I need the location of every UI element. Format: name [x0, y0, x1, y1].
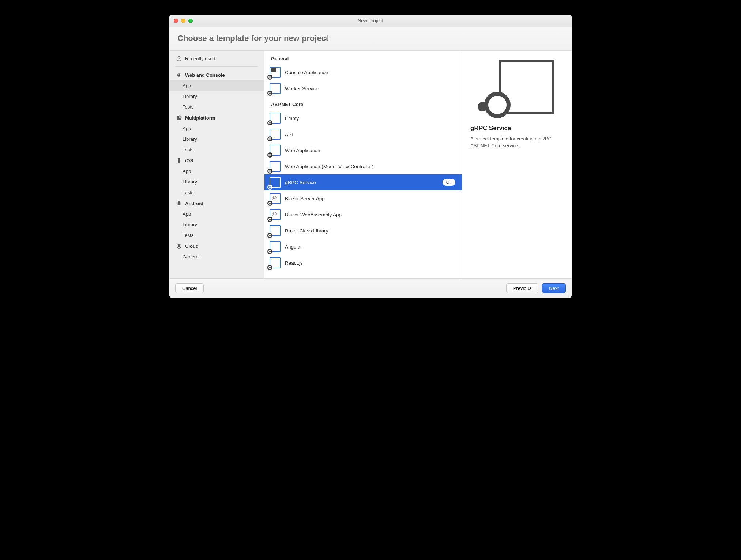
- template-label: React.js: [285, 260, 455, 266]
- sidebar-group-android[interactable]: Android: [169, 198, 264, 209]
- project-icon: [270, 113, 281, 124]
- sidebar-item-multiplatform-app[interactable]: App: [169, 123, 264, 134]
- cancel-button[interactable]: Cancel: [175, 283, 204, 293]
- svg-point-6: [178, 245, 180, 247]
- sidebar-item-label: App: [183, 126, 191, 131]
- template-label: Web Application (Model-View-Controller): [285, 164, 455, 169]
- template-razor-class-library[interactable]: Razor Class Library: [264, 223, 462, 239]
- project-icon: [270, 161, 281, 172]
- sidebar-item-label: Tests: [183, 232, 193, 238]
- sidebar-item-label: Library: [183, 94, 197, 99]
- sidebar-group-multiplatform[interactable]: Multiplatform: [169, 112, 264, 123]
- next-button[interactable]: Next: [542, 283, 566, 293]
- svg-rect-3: [177, 203, 177, 204]
- project-icon: [270, 145, 281, 156]
- sidebar-item-label: Library: [183, 222, 197, 227]
- dialog-footer: Cancel Previous Next: [169, 278, 572, 298]
- sidebar-divider: [175, 66, 258, 67]
- project-icon: @: [270, 209, 281, 220]
- sidebar-item-label: Tests: [183, 147, 193, 152]
- phone-icon: [176, 158, 182, 163]
- template-angular[interactable]: Angular: [264, 239, 462, 255]
- sidebar-item-android-library[interactable]: Library: [169, 219, 264, 230]
- sidebar-item-ios-app[interactable]: App: [169, 166, 264, 177]
- template-api[interactable]: API: [264, 126, 462, 142]
- template-illustration: [481, 60, 554, 118]
- details-title: gRPC Service: [470, 125, 564, 132]
- project-icon: [270, 257, 281, 268]
- sidebar-group-label: Cloud: [185, 243, 199, 249]
- sidebar-item-multiplatform-tests[interactable]: Tests: [169, 144, 264, 155]
- sidebar-group-label: iOS: [185, 158, 193, 163]
- sidebar-group-web-and-console[interactable]: Web and Console: [169, 69, 264, 80]
- dotnet-icon: [176, 72, 182, 78]
- language-badge: C#: [443, 179, 455, 186]
- project-icon: [270, 67, 281, 78]
- template-label: Empty: [285, 116, 455, 121]
- category-sidebar: Recently used Web and Console App Librar…: [169, 51, 264, 278]
- target-icon: [176, 243, 182, 249]
- sidebar-group-label: Multiplatform: [185, 115, 215, 121]
- sidebar-item-android-tests[interactable]: Tests: [169, 230, 264, 241]
- new-project-dialog: New Project Choose a template for your n…: [169, 15, 572, 298]
- template-label: Worker Service: [285, 86, 455, 91]
- template-label: API: [285, 132, 455, 137]
- sidebar-group-cloud[interactable]: Cloud: [169, 241, 264, 251]
- sidebar-item-web-and-console-library[interactable]: Library: [169, 91, 264, 102]
- template-web-application-mvc[interactable]: Web Application (Model-View-Controller): [264, 158, 462, 174]
- template-list: General Console Application Worker Servi…: [264, 51, 462, 278]
- sidebar-item-android-app[interactable]: App: [169, 209, 264, 219]
- template-empty[interactable]: Empty: [264, 110, 462, 126]
- sidebar-item-label: App: [183, 83, 191, 88]
- template-section-aspnet-core: ASP.NET Core: [264, 97, 462, 110]
- sidebar-item-cloud-general[interactable]: General: [169, 251, 264, 262]
- project-icon: [270, 129, 281, 140]
- svg-rect-4: [180, 203, 181, 204]
- sidebar-item-web-and-console-tests[interactable]: Tests: [169, 102, 264, 112]
- sidebar-item-label: App: [183, 211, 191, 217]
- project-icon: [270, 177, 281, 188]
- sidebar-group-ios[interactable]: iOS: [169, 155, 264, 166]
- template-reactjs[interactable]: React.js: [264, 255, 462, 271]
- template-label: Web Application: [285, 148, 455, 153]
- template-label: Angular: [285, 244, 455, 250]
- sidebar-item-label: Library: [183, 136, 197, 142]
- template-blazor-webassembly-app[interactable]: @ Blazor WebAssembly App: [264, 207, 462, 223]
- sidebar-item-label: Recently used: [185, 56, 215, 61]
- previous-button[interactable]: Previous: [506, 283, 539, 293]
- template-label: gRPC Service: [285, 180, 438, 185]
- sidebar-item-label: Tests: [183, 104, 193, 110]
- project-icon: [270, 241, 281, 252]
- sidebar-item-ios-tests[interactable]: Tests: [169, 187, 264, 198]
- sidebar-item-recently-used[interactable]: Recently used: [169, 53, 264, 64]
- sidebar-item-ios-library[interactable]: Library: [169, 177, 264, 187]
- template-grpc-service[interactable]: gRPC Service C#: [264, 174, 462, 190]
- template-worker-service[interactable]: Worker Service: [264, 80, 462, 97]
- titlebar: New Project: [169, 15, 572, 27]
- template-label: Console Application: [285, 70, 455, 75]
- sidebar-item-web-and-console-app[interactable]: App: [169, 80, 264, 91]
- page-title: Choose a template for your new project: [177, 34, 564, 43]
- sidebar-item-multiplatform-library[interactable]: Library: [169, 134, 264, 144]
- window-title: New Project: [169, 18, 572, 23]
- sidebar-item-label: App: [183, 169, 191, 174]
- sidebar-item-label: Library: [183, 179, 197, 185]
- clock-icon: [176, 56, 182, 61]
- dialog-body: Recently used Web and Console App Librar…: [169, 51, 572, 278]
- template-label: Razor Class Library: [285, 228, 455, 234]
- template-label: Blazor Server App: [285, 196, 455, 201]
- details-description: A project template for creating a gRPC A…: [470, 136, 564, 150]
- template-section-general: General: [264, 51, 462, 64]
- template-label: Blazor WebAssembly App: [285, 212, 455, 217]
- android-icon: [176, 200, 182, 206]
- template-console-application[interactable]: Console Application: [264, 64, 462, 80]
- svg-rect-2: [178, 158, 180, 163]
- template-details: gRPC Service A project template for crea…: [462, 51, 572, 278]
- project-icon: @: [270, 193, 281, 204]
- template-web-application[interactable]: Web Application: [264, 142, 462, 158]
- project-icon: [270, 83, 281, 94]
- project-icon: [270, 225, 281, 236]
- sidebar-group-label: Web and Console: [185, 72, 225, 78]
- sidebar-item-label: General: [183, 254, 199, 260]
- template-blazor-server-app[interactable]: @ Blazor Server App: [264, 190, 462, 207]
